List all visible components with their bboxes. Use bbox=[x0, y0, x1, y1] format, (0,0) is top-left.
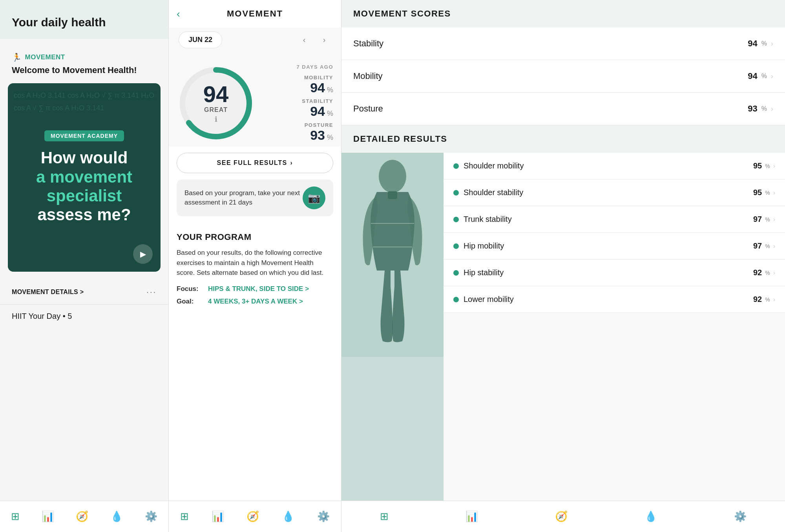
nav-settings-icon[interactable]: ⚙️ bbox=[145, 510, 157, 523]
detailed-item-right-2: 97 % › bbox=[753, 215, 775, 224]
nav-home-icon-mid[interactable]: ⊞ bbox=[180, 510, 189, 523]
score-display: 94 GREAT ℹ bbox=[177, 64, 255, 143]
nav-settings-icon-mid[interactable]: ⚙️ bbox=[317, 510, 330, 523]
hiit-row: HIIT Your Day • 5 bbox=[0, 305, 168, 328]
program-description: Based on your results, do the following … bbox=[177, 248, 333, 278]
nav-compass-icon-mid[interactable]: 🧭 bbox=[246, 510, 259, 523]
detailed-item-value-3: 97 bbox=[753, 241, 762, 250]
posture-percent: % bbox=[761, 105, 767, 112]
dots-menu[interactable]: ··· bbox=[146, 287, 157, 296]
nav-stats-icon[interactable]: 📊 bbox=[42, 510, 54, 523]
nav-home-icon[interactable]: ⊞ bbox=[11, 510, 20, 523]
posture-stat: POSTURE 93 % bbox=[263, 122, 333, 143]
detailed-item-value-5: 92 bbox=[753, 295, 762, 304]
posture-value: 93 bbox=[310, 128, 325, 143]
focus-label: Focus: bbox=[177, 285, 204, 293]
play-button[interactable]: ▶ bbox=[133, 244, 153, 264]
mobility-pct: % bbox=[325, 86, 333, 94]
detailed-item-left-5: Lower mobility bbox=[453, 295, 514, 304]
see-full-results-button[interactable]: SEE FULL RESULTS › bbox=[177, 153, 333, 173]
goal-label: Goal: bbox=[177, 298, 204, 305]
camera-button[interactable]: 📷 bbox=[303, 186, 325, 209]
nav-stats-icon-right[interactable]: 📊 bbox=[466, 510, 478, 523]
nav-stats-icon-mid[interactable]: 📊 bbox=[212, 510, 224, 523]
date-pill[interactable]: JUN 22 bbox=[179, 31, 222, 48]
prev-date-button[interactable]: ‹ bbox=[297, 33, 311, 47]
middle-header: ‹ MOVEMENT bbox=[169, 0, 341, 27]
chevron-icon-3: › bbox=[773, 243, 775, 250]
posture-label: Posture bbox=[353, 104, 383, 114]
next-date-button[interactable]: › bbox=[317, 33, 331, 47]
goal-value[interactable]: 4 WEEKS, 3+ DAYS A WEEK > bbox=[208, 298, 303, 305]
middle-panel: ‹ MOVEMENT JUN 22 ‹ › 94 GREAT ℹ 7 DAYS … bbox=[169, 0, 341, 532]
detailed-item-pct-1: % bbox=[765, 190, 770, 196]
score-stats: 7 DAYS AGO MOBILITY 94 % STABILITY 94 % … bbox=[263, 64, 333, 143]
dot-indicator-5 bbox=[453, 297, 459, 302]
posture-score: 93 bbox=[748, 104, 757, 114]
chevron-icon-2: › bbox=[773, 216, 775, 223]
assessment-row: Based on your program, take your next as… bbox=[177, 179, 333, 216]
detailed-item-left-0: Shoulder mobility bbox=[453, 161, 524, 170]
detailed-item-left-4: Hip stability bbox=[453, 268, 504, 277]
posture-pct: % bbox=[325, 133, 333, 141]
mobility-chevron-icon: › bbox=[771, 72, 773, 80]
posture-value-group: 93 % › bbox=[748, 104, 773, 114]
detailed-item-pct-0: % bbox=[765, 163, 770, 169]
card-title-accent2: specialist bbox=[47, 186, 122, 205]
score-grade: GREAT bbox=[204, 106, 228, 113]
mobility-stat: MOBILITY 94 % bbox=[263, 75, 333, 95]
nav-home-icon-right[interactable]: ⊞ bbox=[380, 510, 389, 523]
date-navigation: ‹ › bbox=[297, 33, 331, 47]
stability-pct: % bbox=[325, 110, 333, 117]
detailed-item[interactable]: Hip stability 92 % › bbox=[444, 260, 785, 286]
left-bottom-row: MOVEMENT DETAILS > ··· bbox=[0, 280, 168, 304]
score-circle: 94 GREAT ℹ bbox=[177, 64, 255, 143]
dot-indicator-3 bbox=[453, 243, 459, 249]
chevron-icon-4: › bbox=[773, 269, 775, 276]
detailed-body: Shoulder mobility 95 % › Shoulder stabil… bbox=[341, 153, 785, 532]
stability-chevron-icon: › bbox=[771, 40, 773, 48]
detailed-item-right-3: 97 % › bbox=[753, 241, 775, 250]
dot-indicator-2 bbox=[453, 217, 459, 222]
body-image bbox=[341, 153, 444, 532]
nav-drop-icon-right[interactable]: 💧 bbox=[644, 510, 657, 523]
mobility-value-group: 94 % › bbox=[748, 71, 773, 81]
dot-indicator-4 bbox=[453, 270, 459, 276]
date-row: JUN 22 ‹ › bbox=[169, 27, 341, 56]
detailed-item[interactable]: Shoulder stability 95 % › bbox=[444, 179, 785, 206]
detailed-item-left-3: Hip mobility bbox=[453, 241, 504, 250]
info-icon[interactable]: ℹ bbox=[215, 115, 217, 124]
detailed-item-left-1: Shoulder stability bbox=[453, 188, 523, 197]
detailed-item-name-5: Lower mobility bbox=[464, 295, 514, 304]
focus-value[interactable]: HIPS & TRUNK, SIDE TO SIDE > bbox=[208, 285, 309, 293]
posture-score-row[interactable]: Posture 93 % › bbox=[341, 93, 785, 125]
detailed-item-left-2: Trunk stability bbox=[453, 215, 512, 224]
nav-drop-icon[interactable]: 💧 bbox=[110, 510, 123, 523]
chevron-icon-0: › bbox=[773, 163, 775, 170]
back-button[interactable]: ‹ bbox=[177, 8, 180, 20]
nav-compass-icon[interactable]: 🧭 bbox=[76, 510, 88, 523]
stability-score-row[interactable]: Stability 94 % › bbox=[341, 27, 785, 60]
detailed-item[interactable]: Lower mobility 92 % › bbox=[444, 286, 785, 313]
card-badge: MOVEMENT ACADEMY bbox=[44, 130, 124, 141]
detailed-item[interactable]: Shoulder mobility 95 % › bbox=[444, 153, 785, 179]
nav-drop-icon-mid[interactable]: 💧 bbox=[282, 510, 294, 523]
detailed-item-name-3: Hip mobility bbox=[464, 241, 504, 250]
detailed-item-pct-2: % bbox=[765, 216, 770, 223]
detailed-item[interactable]: Trunk stability 97 % › bbox=[444, 206, 785, 233]
mobility-percent: % bbox=[761, 73, 767, 80]
detailed-item-name-0: Shoulder mobility bbox=[464, 161, 524, 170]
nav-compass-icon-right[interactable]: 🧭 bbox=[555, 510, 568, 523]
movement-academy-card[interactable]: cos A H₂O 3.141 cos A H₂O √ ∑ π 3.141 H₂… bbox=[8, 83, 161, 272]
right-bottom-nav: ⊞ 📊 🧭 💧 ⚙️ bbox=[341, 501, 785, 532]
detailed-item[interactable]: Hip mobility 97 % › bbox=[444, 233, 785, 260]
mobility-score-row[interactable]: Mobility 94 % › bbox=[341, 60, 785, 93]
mobility-score: 94 bbox=[748, 71, 757, 81]
dot-indicator-0 bbox=[453, 163, 459, 169]
stability-percent: % bbox=[761, 40, 767, 47]
program-title: YOUR PROGRAM bbox=[177, 232, 333, 242]
movement-details-link[interactable]: MOVEMENT DETAILS > bbox=[12, 289, 84, 296]
chevron-icon-5: › bbox=[773, 296, 775, 303]
goal-row: Goal: 4 WEEKS, 3+ DAYS A WEEK > bbox=[177, 298, 333, 305]
nav-settings-icon-right[interactable]: ⚙️ bbox=[734, 510, 747, 523]
